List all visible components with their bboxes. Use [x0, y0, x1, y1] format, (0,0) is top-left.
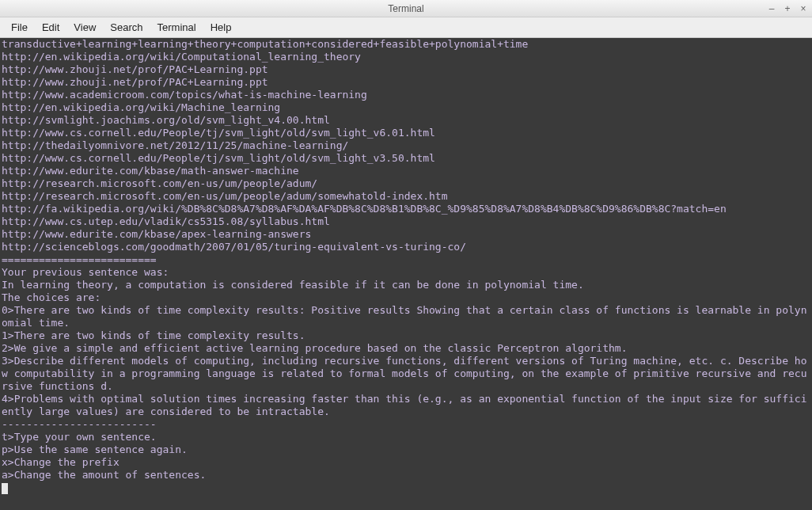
terminal-line: p>Use the same sentence again. — [2, 443, 810, 456]
terminal-line: http://www.cs.cornell.edu/People/tj/svm_… — [2, 127, 810, 139]
terminal-line: 1>There are two kinds of time complexity… — [2, 329, 810, 342]
terminal-line: http://www.academicroom.com/topics/what-… — [2, 89, 810, 101]
terminal-line: http://www.edurite.com/kbase/math-answer… — [2, 165, 810, 177]
terminal-line: Your previous sentence was: — [2, 266, 810, 279]
terminal-line: http://thedailyomnivore.net/2012/11/25/m… — [2, 139, 810, 152]
terminal-line: ------------------------- — [2, 418, 810, 431]
titlebar: Terminal – + × — [0, 0, 812, 17]
terminal-line: In learning theory, a computation is con… — [2, 279, 810, 291]
minimize-icon[interactable]: – — [766, 3, 777, 14]
terminal-output[interactable]: transductive+learning+learning+theory+co… — [0, 38, 812, 510]
maximize-icon[interactable]: + — [782, 3, 793, 14]
terminal-line: x>Change the prefix — [2, 456, 810, 469]
menubar: File Edit View Search Terminal Help — [0, 17, 812, 38]
window-title: Terminal — [388, 3, 423, 14]
menu-terminal[interactable]: Terminal — [151, 19, 203, 36]
terminal-line: ========================= — [2, 253, 810, 266]
terminal-line: http://www.edurite.com/kbase/apex-learni… — [2, 228, 810, 241]
terminal-line: http://en.wikipedia.org/wiki/Computation… — [2, 51, 810, 63]
terminal-line: t>Type your own sentence. — [2, 431, 810, 443]
close-icon[interactable]: × — [798, 3, 809, 14]
terminal-line: http://en.wikipedia.org/wiki/Machine_lea… — [2, 101, 810, 114]
menu-file[interactable]: File — [5, 19, 34, 36]
terminal-line: 4>Problems with optimal solution times i… — [2, 393, 810, 418]
terminal-line: transductive+learning+learning+theory+co… — [2, 38, 810, 51]
terminal-line: The choices are: — [2, 291, 810, 304]
terminal-line: http://www.zhouji.net/prof/PAC+Learning.… — [2, 76, 810, 89]
menu-help[interactable]: Help — [204, 19, 238, 36]
menu-edit[interactable]: Edit — [36, 19, 66, 36]
window-controls: – + × — [766, 0, 809, 17]
terminal-line: a>Change the amount of sentences. — [2, 469, 810, 481]
terminal-line: 0>There are two kinds of time complexity… — [2, 304, 810, 329]
terminal-line: http://svmlight.joachims.org/old/svm_lig… — [2, 114, 810, 127]
terminal-line: 3>Describe different models of computing… — [2, 355, 810, 393]
terminal-line: http://research.microsoft.com/en-us/um/p… — [2, 190, 810, 203]
terminal-line: http://research.microsoft.com/en-us/um/p… — [2, 177, 810, 190]
terminal-line: http://scienceblogs.com/goodmath/2007/01… — [2, 241, 810, 253]
terminal-cursor — [2, 483, 8, 494]
terminal-line: http://fa.wikipedia.org/wiki/%DB%8C%D8%A… — [2, 203, 810, 215]
menu-view[interactable]: View — [67, 19, 102, 36]
terminal-line: 2>We give a simple and efficient active … — [2, 342, 810, 355]
terminal-line: http://www.cs.utep.edu/vladik/cs5315.08/… — [2, 215, 810, 228]
terminal-line: http://www.zhouji.net/prof/PAC+Learning.… — [2, 63, 810, 76]
terminal-line: http://www.cs.cornell.edu/People/tj/svm_… — [2, 152, 810, 165]
menu-search[interactable]: Search — [104, 19, 149, 36]
